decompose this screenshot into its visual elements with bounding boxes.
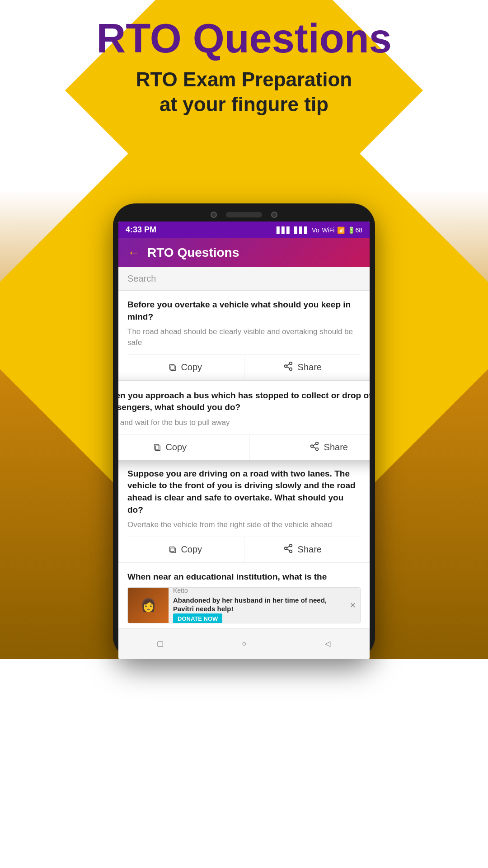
app-header: ← RTO Questions <box>118 238 370 267</box>
app-header-title: RTO Questions <box>147 245 239 260</box>
question-card-1: Before you overtake a vehicle what shoul… <box>118 291 370 381</box>
popup-content-q2: When you approach a bus which has stoppe… <box>118 381 370 428</box>
phone-hardware-bar <box>118 212 370 218</box>
svg-point-17 <box>289 550 292 553</box>
svg-point-5 <box>315 442 318 445</box>
answer-text-1: The road ahead should be clearly visible… <box>127 326 361 348</box>
phone-nav-bar: ▢ ○ ◁ <box>118 628 370 659</box>
ad-close-button[interactable]: × <box>345 599 360 611</box>
status-icons: ▋▋▋ ▋▋▋ Vo WiFi 📶 🔋68 <box>277 226 362 234</box>
share-label-4: Share <box>298 544 322 555</box>
popup-question-text: When you approach a bus which has stoppe… <box>118 390 370 414</box>
subtitle-line2: at your fingure tip <box>160 93 328 115</box>
popup-copy-label: Copy <box>165 442 187 453</box>
popup-share-icon <box>310 441 319 454</box>
copy-label-4: Copy <box>181 544 202 555</box>
nav-circle-button[interactable]: ○ <box>235 635 253 653</box>
wifi-icon: WiFi <box>322 226 334 234</box>
card-actions-1: ⧉ Copy Share <box>127 354 361 380</box>
popup-share-button[interactable]: Share <box>250 435 370 460</box>
svg-line-3 <box>286 367 289 368</box>
popup-card-q2: When you approach a bus which has stoppe… <box>118 381 370 460</box>
ad-title: Abandoned by her husband in her time of … <box>173 596 341 613</box>
back-button[interactable]: ← <box>127 245 140 260</box>
ad-donate-button[interactable]: DONATE NOW <box>173 613 222 623</box>
nav-triangle-icon: ◁ <box>325 639 330 648</box>
subtitle-line1: RTO Exam Preparation <box>136 68 352 90</box>
question-card-4: Suppose you are driving on a road with t… <box>118 460 370 563</box>
copy-button-1[interactable]: ⧉ Copy <box>127 355 244 380</box>
nav-square-button[interactable]: ▢ <box>151 635 169 653</box>
status-bar: 4:33 PM ▋▋▋ ▋▋▋ Vo WiFi 📶 🔋68 <box>118 222 370 238</box>
ad-image: 👩 <box>128 587 169 623</box>
popup-wrapper: When you approach a bus which has stoppe… <box>118 381 370 460</box>
ad-brand: Ketto <box>173 587 341 594</box>
ad-banner: 👩 Ketto Abandoned by her husband in her … <box>127 587 361 623</box>
svg-line-18 <box>286 549 289 551</box>
nav-square-icon: ▢ <box>157 639 164 648</box>
wifi-icon2: 📶 <box>337 226 345 234</box>
search-bar: Search <box>118 267 370 291</box>
ad-text-section: Ketto Abandoned by her husband in her ti… <box>169 587 345 623</box>
signal-icon-1: ▋▋▋ <box>277 226 291 234</box>
share-button-4[interactable]: Share <box>244 537 361 562</box>
svg-line-9 <box>313 444 315 446</box>
question-card-5: When near an educational institution, wh… <box>118 563 370 587</box>
vo-icon: Vo <box>312 226 319 234</box>
share-icon-4 <box>283 543 293 556</box>
svg-point-15 <box>289 544 292 547</box>
share-button-1[interactable]: Share <box>244 355 361 380</box>
phone-front-camera <box>271 212 277 218</box>
popup-copy-button[interactable]: ⧉ Copy <box>118 435 250 460</box>
phone-mockup: 4:33 PM ▋▋▋ ▋▋▋ Vo WiFi 📶 🔋68 ← RTO Ques… <box>113 203 375 659</box>
phone-section: 4:33 PM ▋▋▋ ▋▋▋ Vo WiFi 📶 🔋68 ← RTO Ques… <box>0 190 488 659</box>
svg-point-16 <box>284 547 287 550</box>
copy-icon-1: ⧉ <box>169 362 176 373</box>
svg-line-19 <box>286 546 289 548</box>
svg-point-2 <box>289 368 292 370</box>
svg-line-8 <box>313 447 315 448</box>
phone-screen: 4:33 PM ▋▋▋ ▋▋▋ Vo WiFi 📶 🔋68 ← RTO Ques… <box>118 222 370 659</box>
popup-actions: ⧉ Copy Share <box>118 434 370 460</box>
popup-copy-icon: ⧉ <box>154 442 161 453</box>
popup-share-label: Share <box>324 442 348 453</box>
status-time: 4:33 PM <box>126 225 156 235</box>
battery-icon: 🔋68 <box>347 226 362 234</box>
svg-point-6 <box>310 445 313 448</box>
nav-circle-icon: ○ <box>242 640 246 648</box>
svg-point-0 <box>289 362 292 365</box>
question-text-5: When near an educational institution, wh… <box>127 571 361 583</box>
phone-camera <box>211 212 217 218</box>
app-subtitle: RTO Exam Preparation at your fingure tip <box>136 67 352 117</box>
popup-answer-text: Stop and wait for the bus to pull away <box>118 417 370 428</box>
signal-icon-2: ▋▋▋ <box>294 226 309 234</box>
search-input[interactable]: Search <box>127 274 361 284</box>
question-text-4: Suppose you are driving on a road with t… <box>127 468 361 516</box>
svg-line-4 <box>286 364 289 366</box>
svg-point-1 <box>284 365 287 368</box>
phone-speaker <box>226 212 262 217</box>
nav-triangle-button[interactable]: ◁ <box>319 635 337 653</box>
card-actions-4: ⧉ Copy Share <box>127 537 361 562</box>
answer-text-4: Overtake the vehicle from the right side… <box>127 519 361 530</box>
copy-button-4[interactable]: ⧉ Copy <box>127 537 244 562</box>
question-text-1: Before you overtake a vehicle what shoul… <box>127 299 361 323</box>
svg-point-7 <box>315 448 318 450</box>
share-icon-1 <box>283 361 293 374</box>
share-label-1: Share <box>298 362 322 373</box>
app-title: RTO Questions <box>96 18 391 59</box>
copy-icon-4: ⧉ <box>169 544 176 556</box>
copy-label-1: Copy <box>181 362 202 373</box>
